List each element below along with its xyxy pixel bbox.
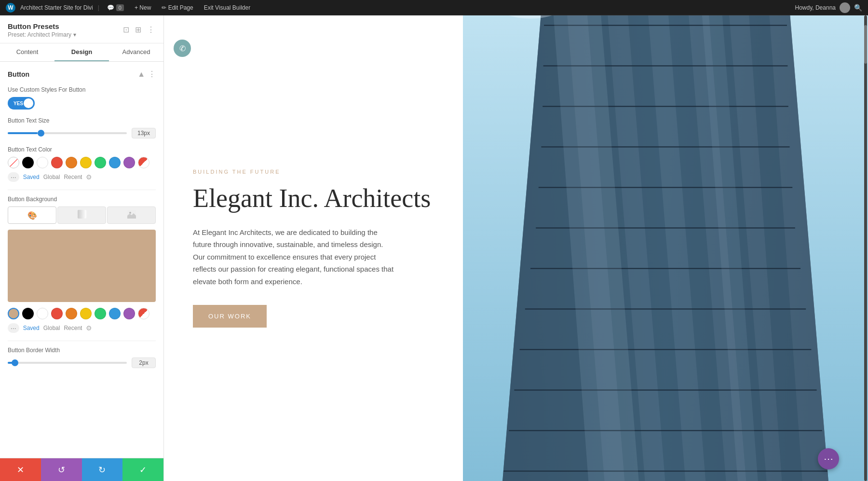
color-swatch-orange[interactable] xyxy=(66,157,77,168)
page-preview: BUILDING THE FUTURE Elegant Inc. Archite… xyxy=(164,15,868,481)
more-options-icon[interactable]: ⋮ xyxy=(146,24,156,35)
svg-point-2 xyxy=(129,212,131,214)
text-size-slider-row: 13px xyxy=(8,128,156,138)
border-width-field: Button Border Width 2px xyxy=(8,347,156,368)
tab-content[interactable]: Content xyxy=(0,43,54,61)
color-swatch-black[interactable] xyxy=(22,157,34,168)
redo-button[interactable]: ↻ xyxy=(82,458,123,481)
color-swatch-purple[interactable] xyxy=(123,157,135,168)
border-width-value[interactable]: 2px xyxy=(132,357,156,368)
bg-swatch-yellow[interactable] xyxy=(80,308,92,319)
divider2 xyxy=(8,341,156,341)
preset-chevron-icon: ▾ xyxy=(73,31,76,38)
text-color-actions: ··· Saved Global Recent ⚙ xyxy=(8,172,156,182)
color-swatch-picker[interactable] xyxy=(138,157,149,168)
undo-button[interactable]: ↺ xyxy=(41,458,82,481)
tab-advanced[interactable]: Advanced xyxy=(109,43,163,61)
bottom-bar: ✕ ↺ ↻ ✓ xyxy=(0,458,163,481)
search-icon[interactable]: 🔍 xyxy=(854,4,862,12)
bg-swatch-green[interactable] xyxy=(95,308,106,319)
fab-button[interactable]: ⋯ xyxy=(818,448,839,469)
text-size-slider-fill xyxy=(8,132,38,134)
text-size-slider-thumb[interactable] xyxy=(38,130,44,137)
hero-title: Elegant Inc. Architects xyxy=(193,184,434,213)
color-gear-icon[interactable]: ⚙ xyxy=(86,173,92,181)
collapse-icon[interactable]: ▲ xyxy=(137,70,145,79)
border-width-label: Button Border Width xyxy=(8,347,156,354)
text-size-value[interactable]: 13px xyxy=(132,128,156,138)
building-illustration xyxy=(463,15,868,481)
svg-rect-0 xyxy=(78,210,86,219)
edit-page-btn[interactable]: ✏ Edit Page xyxy=(159,3,196,12)
bg-gear-icon[interactable]: ⚙ xyxy=(86,324,92,332)
color-swatch-white[interactable] xyxy=(37,157,48,168)
border-width-slider-row: 2px xyxy=(8,357,156,368)
bg-swatch-orange[interactable] xyxy=(66,308,77,319)
fab-icon: ⋯ xyxy=(824,453,833,465)
bg-recent-label[interactable]: Recent xyxy=(64,325,82,331)
panel-tabs: Content Design Advanced xyxy=(0,43,163,62)
bg-swatch-purple[interactable] xyxy=(123,308,135,319)
toggle-yes-label: YES xyxy=(14,101,23,106)
color-dots-btn[interactable]: ··· xyxy=(8,172,19,182)
bg-tab-solid[interactable]: 🎨 xyxy=(8,206,56,224)
our-work-button[interactable]: OUR WORK xyxy=(193,305,267,328)
background-color-preview[interactable] xyxy=(8,230,156,302)
text-color-field: Button Text Color ··· Saved Globa xyxy=(8,146,156,182)
bg-swatch-tan[interactable] xyxy=(8,308,19,319)
save-button[interactable]: ✓ xyxy=(122,458,163,481)
color-swatch-yellow[interactable] xyxy=(80,157,92,168)
text-color-swatches xyxy=(8,157,156,168)
user-avatar[interactable] xyxy=(840,2,850,13)
color-swatch-blue[interactable] xyxy=(109,157,121,168)
background-color-swatches xyxy=(8,308,156,319)
border-slider-thumb[interactable] xyxy=(12,359,18,366)
minimize-icon[interactable]: ⊡ xyxy=(122,24,130,35)
bg-swatch-blue[interactable] xyxy=(109,308,121,319)
global-label[interactable]: Global xyxy=(43,174,60,180)
floating-phone-icon[interactable]: ✆ xyxy=(174,40,191,57)
tab-design[interactable]: Design xyxy=(54,43,109,61)
bg-global-label[interactable]: Global xyxy=(43,325,60,331)
bg-swatch-black[interactable] xyxy=(22,308,34,319)
bg-saved-label[interactable]: Saved xyxy=(23,325,40,331)
expand-icon[interactable]: ⊞ xyxy=(134,24,142,35)
bg-swatch-red[interactable] xyxy=(51,308,63,319)
saved-label[interactable]: Saved xyxy=(23,174,40,180)
cancel-button[interactable]: ✕ xyxy=(0,458,41,481)
section-menu-icon[interactable]: ⋮ xyxy=(148,69,156,79)
custom-styles-field: Use Custom Styles For Button YES xyxy=(8,86,156,110)
wp-logo[interactable]: W xyxy=(6,3,15,13)
bg-tab-gradient[interactable] xyxy=(57,206,106,224)
toggle-container: YES xyxy=(8,97,156,110)
admin-bar-left: W Architect Starter Site for Divi | 💬 0 … xyxy=(6,3,789,13)
new-btn[interactable]: + New xyxy=(132,3,154,12)
image-icon xyxy=(127,210,136,220)
recent-label[interactable]: Recent xyxy=(64,174,82,180)
scrollbar-thumb[interactable] xyxy=(864,25,867,64)
bg-swatch-picker[interactable] xyxy=(138,308,149,319)
text-size-slider-track[interactable] xyxy=(8,132,127,134)
background-field: Button Background 🎨 xyxy=(8,196,156,333)
comment-btn[interactable]: 💬 0 xyxy=(104,3,127,12)
site-name-link[interactable]: Architect Starter Site for Divi xyxy=(20,4,93,11)
section-header: Button ▲ ⋮ xyxy=(8,69,156,79)
divider1 xyxy=(8,190,156,190)
bg-color-dots-btn[interactable]: ··· xyxy=(8,323,19,333)
panel-icons: ⊡ ⊞ ⋮ xyxy=(122,24,156,35)
color-swatch-red[interactable] xyxy=(51,157,63,168)
scrollbar-track[interactable] xyxy=(864,15,867,481)
bg-swatch-white[interactable] xyxy=(37,308,48,319)
comment-icon: 💬 xyxy=(107,4,114,11)
redo-icon: ↻ xyxy=(98,465,106,475)
custom-styles-toggle[interactable]: YES xyxy=(8,97,35,110)
color-swatch-transparent[interactable] xyxy=(8,157,19,168)
save-icon: ✓ xyxy=(139,465,147,475)
panel-body: Button ▲ ⋮ Use Custom Styles For Button … xyxy=(0,62,163,458)
exit-builder-btn[interactable]: Exit Visual Builder xyxy=(201,3,254,12)
comment-count: 0 xyxy=(116,4,124,11)
bg-tab-image[interactable] xyxy=(107,206,156,224)
border-width-slider-track[interactable] xyxy=(8,362,127,364)
content-area: ✆ BUILDING THE FUTURE Elegant Inc. Archi… xyxy=(164,15,868,481)
color-swatch-green[interactable] xyxy=(95,157,106,168)
